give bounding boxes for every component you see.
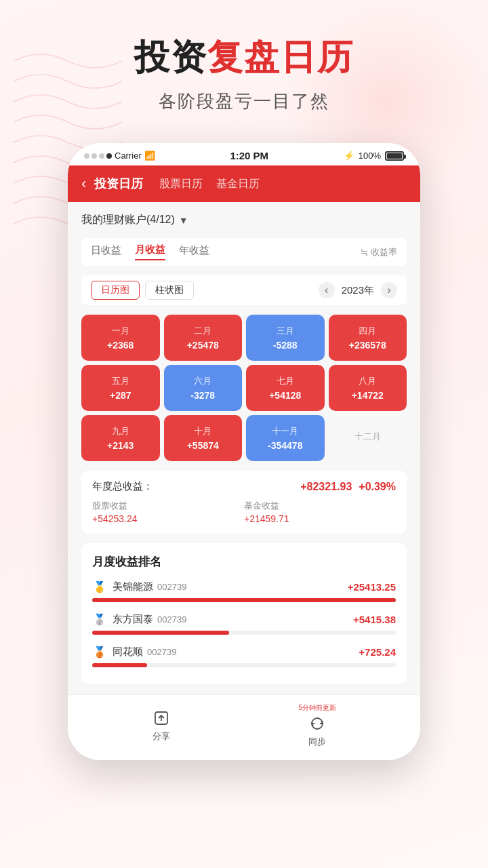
month-cell-7[interactable]: 七月 +54128: [246, 365, 325, 411]
bluetooth-icon: ⚡: [344, 151, 354, 161]
month-cell-3[interactable]: 三月 -5288: [246, 315, 325, 361]
rank-icon: 🥈: [92, 612, 107, 627]
progress-bar-bg: [92, 598, 396, 602]
month-name: 五月: [112, 375, 129, 387]
month-value: +2368: [107, 340, 134, 351]
month-grid: 一月 +2368 二月 +25478 三月 -5288 四月 +236578 五…: [81, 315, 407, 461]
stock-name: 同花顺002739: [113, 646, 359, 658]
stock-return: +725.24: [359, 646, 396, 658]
hero-title-highlight: 复盘日历: [207, 37, 354, 77]
stock-code: 002739: [147, 647, 176, 657]
progress-bar-fill: [92, 663, 147, 667]
month-cell-1[interactable]: 一月 +2368: [81, 315, 160, 361]
month-cell-8[interactable]: 八月 +14722: [329, 365, 407, 411]
hero-title: 投资复盘日历: [27, 34, 461, 81]
calendar-view-btn[interactable]: 日历图: [91, 281, 140, 300]
dropdown-arrow-icon: ▼: [179, 215, 188, 226]
nav-tab-fund[interactable]: 基金日历: [216, 177, 260, 191]
sync-label: 同步: [308, 736, 326, 748]
stock-fund-row: 股票收益 +54253.24 基金收益 +21459.71: [92, 500, 396, 524]
nav-tab-stock[interactable]: 股票日历: [159, 177, 203, 191]
nav-bar: ‹ 投资日历 股票日历 基金日历: [68, 165, 420, 202]
hero-title-static: 投资: [134, 37, 207, 77]
year-label: 2023年: [342, 284, 374, 297]
month-value: +236578: [349, 340, 386, 351]
stock-label: 股票收益: [92, 500, 244, 512]
hero-subtitle: 各阶段盈亏一目了然: [27, 90, 461, 113]
month-value: -354478: [268, 440, 302, 451]
status-time: 1:20 PM: [230, 150, 268, 161]
ranking-item-row: 🥈 东方国泰002739 +5415.38: [92, 612, 396, 627]
hero-section: 投资复盘日历 各阶段盈亏一目了然: [0, 0, 488, 127]
dot-2: [92, 153, 97, 159]
annual-total-row: 年度总收益： +82321.93 +0.39%: [92, 480, 396, 493]
month-name: 十一月: [272, 425, 298, 437]
period-tabs: 日收益 月收益 年收益 ≒ 收益率: [81, 238, 407, 266]
month-cell-4[interactable]: 四月 +236578: [329, 315, 407, 361]
ranking-item-2[interactable]: 🥈 东方国泰002739 +5415.38: [92, 612, 396, 635]
month-name: 二月: [194, 325, 211, 337]
battery-label: 100%: [359, 151, 381, 161]
ranking-item-row: 🥉 同花顺002739 +725.24: [92, 644, 396, 659]
back-button[interactable]: ‹: [81, 175, 86, 193]
share-icon: [152, 709, 171, 728]
ranking-item-1[interactable]: 🥇 美锦能源002739 +25413.25: [92, 579, 396, 602]
ranking-item-row: 🥇 美锦能源002739 +25413.25: [92, 579, 396, 594]
return-rate-toggle[interactable]: ≒ 收益率: [361, 246, 397, 258]
month-cell-10[interactable]: 十月 +55874: [164, 415, 243, 461]
phone-mockup: Carrier 📶 1:20 PM ⚡ 100% ‹ 投资日历 股票日历 基金日…: [0, 143, 488, 760]
stock-value: +54253.24: [92, 513, 244, 524]
month-value: -5288: [273, 340, 298, 351]
month-value: +14722: [352, 390, 384, 401]
stock-name: 东方国泰002739: [113, 613, 353, 626]
month-cell-5[interactable]: 五月 +287: [81, 365, 160, 411]
carrier-label: Carrier: [115, 151, 142, 161]
progress-bar-fill: [92, 631, 229, 635]
month-cell-11[interactable]: 十一月 -354478: [246, 415, 325, 461]
ranking-item-3[interactable]: 🥉 同花顺002739 +725.24: [92, 644, 396, 667]
sync-button[interactable]: 5分钟前更新 同步: [298, 703, 336, 748]
prev-year-btn[interactable]: ‹: [319, 282, 335, 298]
progress-bar-fill: [92, 598, 396, 602]
month-name: 七月: [277, 375, 294, 387]
stock-code: 002739: [157, 614, 186, 625]
wifi-icon: 📶: [144, 151, 155, 161]
month-value: +54128: [269, 390, 301, 401]
year-navigator: ‹ 2023年 ›: [319, 282, 397, 298]
tab-daily[interactable]: 日收益: [91, 244, 121, 260]
dot-3: [99, 153, 104, 159]
account-selector[interactable]: 我的理财账户(4/12) ▼: [81, 213, 407, 227]
stock-name: 美锦能源002739: [113, 580, 348, 593]
month-cell-12[interactable]: 十二月: [329, 415, 407, 461]
status-right: ⚡ 100%: [344, 151, 404, 161]
battery-icon: [385, 151, 404, 161]
share-label: 分享: [152, 730, 170, 743]
signal-dots: [84, 153, 112, 159]
month-cell-2[interactable]: 二月 +25478: [164, 315, 243, 361]
nav-title: 投资日历: [94, 176, 143, 192]
tab-monthly[interactable]: 月收益: [135, 243, 165, 260]
month-name: 三月: [277, 325, 294, 337]
month-name: 九月: [112, 425, 129, 437]
bottom-bar: 分享 5分钟前更新 同步: [68, 694, 420, 760]
bar-view-btn[interactable]: 柱状图: [145, 281, 194, 300]
next-year-btn[interactable]: ›: [381, 282, 397, 298]
rank-icon: 🥉: [92, 644, 107, 659]
month-value: +2143: [107, 440, 134, 451]
stock-return: +5415.38: [353, 614, 396, 625]
sync-icon: [308, 714, 327, 733]
month-name: 四月: [359, 325, 376, 337]
ranking-list: 🥇 美锦能源002739 +25413.25 🥈 东方国泰002739 +541…: [92, 579, 396, 667]
main-content: 我的理财账户(4/12) ▼ 日收益 月收益 年收益 ≒ 收益率 日历图 柱状图…: [68, 202, 420, 694]
progress-bar-bg: [92, 631, 396, 635]
stock-item: 股票收益 +54253.24: [92, 500, 244, 524]
return-rate-label: 收益率: [371, 246, 397, 258]
share-button[interactable]: 分享: [152, 709, 171, 743]
tab-yearly[interactable]: 年收益: [179, 244, 209, 260]
month-name: 六月: [194, 375, 211, 387]
phone-frame: Carrier 📶 1:20 PM ⚡ 100% ‹ 投资日历 股票日历 基金日…: [68, 143, 420, 760]
month-cell-6[interactable]: 六月 -3278: [164, 365, 243, 411]
fund-value: +21459.71: [244, 513, 396, 524]
annual-label: 年度总收益：: [92, 480, 153, 493]
month-cell-9[interactable]: 九月 +2143: [81, 415, 160, 461]
